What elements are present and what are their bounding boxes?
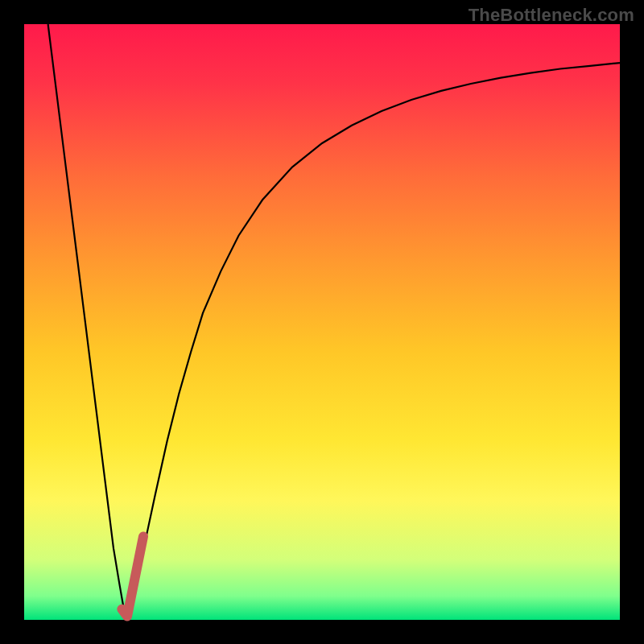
chart-canvas [0, 0, 644, 644]
watermark-text: TheBottleneck.com [469, 5, 634, 26]
chart-frame: TheBottleneck.com [0, 0, 644, 644]
plot-background [24, 24, 620, 620]
